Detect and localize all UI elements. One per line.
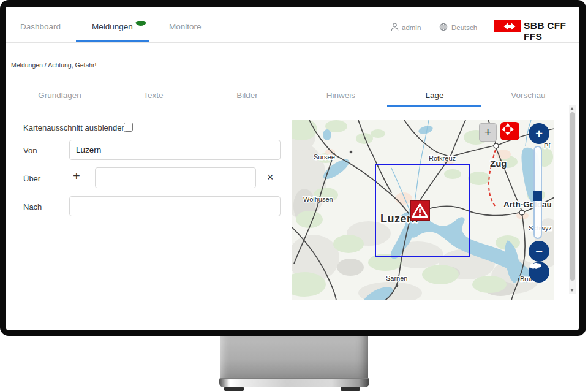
user-menu[interactable]: admin [402,24,421,31]
active-tab-underline [387,105,481,107]
nach-label: Nach [23,202,42,211]
tab-lage[interactable]: Lage [388,91,481,100]
tab-grundlagen[interactable]: Grundlagen [13,91,107,100]
map-graphics: Sursee Wolhusen Rotkreuz Zug Luzern Arth… [292,120,554,300]
monitor-frame: Dashboard Meldungen Monitore admin Deuts… [0,0,586,336]
von-input[interactable] [69,140,281,160]
pan-mode-button[interactable] [500,122,519,140]
breadcrumb: Meldungen / Achtung, Gefahr! [11,61,97,69]
user-icon [391,23,399,34]
nav-item-monitore[interactable]: Monitore [169,22,202,31]
sbb-logo-icon [494,20,521,32]
scrollbar-down-icon[interactable] [570,289,574,292]
active-nav-underline [76,40,149,42]
nach-input[interactable] [69,196,281,216]
monitor-foot-left [224,387,244,391]
move-arrows-icon [500,122,515,137]
draw-extent-button[interactable]: + [479,123,497,142]
map-label-pfaeffikon-partial: Pf [544,142,551,150]
zoom-slider-handle[interactable] [533,191,542,201]
warning-marker-icon[interactable] [410,200,429,221]
tab-hinweis[interactable]: Hinweis [294,91,388,100]
language-menu[interactable]: Deutsch [451,24,477,31]
brand-wordmark: SBB CFF FFS [524,20,579,42]
switzerland-icon [529,262,542,270]
map-label-sursee: Sursee [314,153,335,161]
map-label-zug: Zug [490,158,507,169]
map-label-wolhusen: Wolhusen [303,196,333,203]
nav-item-meldungen[interactable]: Meldungen [92,22,133,31]
nav-item-dashboard[interactable]: Dashboard [20,22,61,31]
hide-map-label: Kartenausschnitt ausblenden [23,123,126,132]
reset-extent-button[interactable] [529,262,549,283]
zoom-out-button[interactable]: − [529,241,549,262]
hide-map-checkbox[interactable] [124,123,133,132]
add-via-button[interactable]: + [73,170,80,182]
page-scrollbar[interactable] [569,105,576,294]
app-header: Dashboard Meldungen Monitore admin Deuts… [6,7,579,43]
globe-icon [439,23,448,34]
meldungen-badge-icon [135,18,147,25]
ueber-label: Über [23,174,40,183]
map-label-arth-goldau: Arth-Goldau [503,200,552,209]
tab-texte[interactable]: Texte [107,91,200,100]
monitor-stand [221,336,368,379]
monitor-foot-right [341,387,360,391]
scrollbar-up-icon[interactable] [570,107,574,110]
zoom-in-button[interactable]: + [529,123,549,144]
ueber-input[interactable] [95,167,256,188]
map-label-rotkreuz: Rotkreuz [429,154,456,162]
clear-via-button[interactable]: × [267,172,274,183]
scrollbar-thumb[interactable] [570,112,575,281]
screen: Dashboard Meldungen Monitore admin Deuts… [6,7,579,330]
map-canvas[interactable]: Sursee Wolhusen Rotkreuz Zug Luzern Arth… [292,120,554,300]
map-label-sarnen: Sarnen [386,275,407,282]
tab-bilder[interactable]: Bilder [200,91,294,100]
von-label: Von [23,146,37,155]
tab-vorschau[interactable]: Vorschau [481,91,575,100]
monitor-base [219,378,369,387]
